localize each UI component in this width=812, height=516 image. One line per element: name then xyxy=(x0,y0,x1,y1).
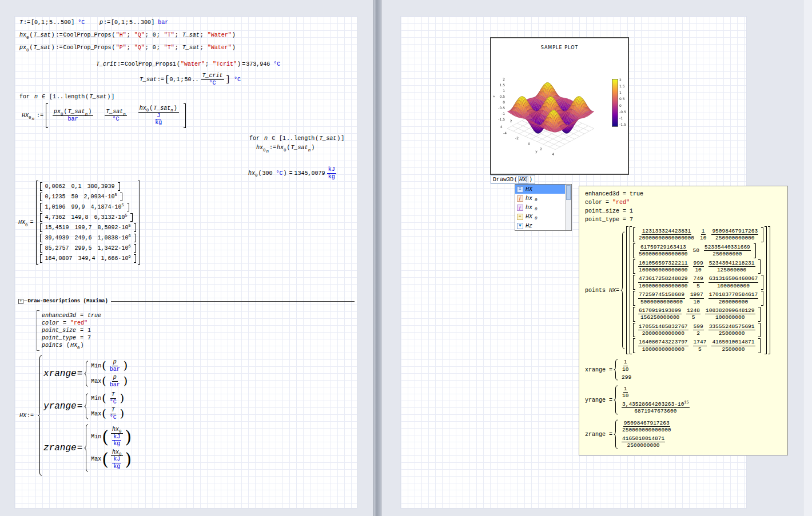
math-token: enhanced3d = true xyxy=(585,191,643,197)
draw-descriptions-separator[interactable]: + — Draw-Descriptions (Maxima) xyxy=(18,298,355,304)
yd: 250000000000000 xyxy=(622,427,672,433)
Tcrit-over-degC-fraction: T_crit°C xyxy=(201,73,224,86)
math-token: ; xyxy=(127,32,134,38)
math-token: ) xyxy=(81,342,84,349)
yd: 1000000000 xyxy=(717,283,750,289)
math-token: ) xyxy=(232,45,236,51)
outer-right-bracket xyxy=(768,226,770,354)
formula-p-range-definition[interactable]: p:=[0,1;5..300] bar xyxy=(99,19,168,26)
maxima-draw-description-block[interactable]: enhanced3d = true color = "red" point_si… xyxy=(37,310,101,351)
window-scrollbar-track[interactable] xyxy=(803,0,812,516)
math-token: 0 xyxy=(26,35,29,40)
yd: 500000000000000 xyxy=(638,251,688,257)
math-token: 0,1 xyxy=(34,19,45,26)
wr xyxy=(761,291,763,306)
yd: 5000000000000 xyxy=(640,299,683,305)
unit-icon: ▼ xyxy=(517,223,523,229)
fraction: 1640807432237971000000000000 xyxy=(638,339,688,353)
yd: 250000000 xyxy=(712,251,742,257)
hx-assign-label: HX:= xyxy=(19,413,34,419)
t-n: 164,0807 xyxy=(45,255,73,262)
math-token: 500 xyxy=(61,19,71,26)
for-loop-header-2[interactable]: for n ∈ [1..length(T_sat)] xyxy=(249,135,344,142)
math-token: ; xyxy=(175,32,182,38)
yn: 1997 xyxy=(690,291,704,298)
cells: 39,4939249,61,0838·106 xyxy=(42,234,134,242)
yn: 1 xyxy=(623,359,628,366)
var-icon: ≡ xyxy=(517,214,523,220)
math-token: = xyxy=(77,327,87,334)
yd: 20000000000000000 xyxy=(638,235,695,241)
t-n: 2,0934 xyxy=(84,194,105,200)
fraction: 41650100148712500000000 xyxy=(622,435,665,449)
fraction: 7495 xyxy=(693,275,704,289)
page-divider[interactable] xyxy=(373,0,381,516)
draw3d-argument[interactable]: HX xyxy=(518,176,528,183)
formula-T-range-definition[interactable]: T:=[0,1;5..500] °C xyxy=(19,19,85,26)
math-token: 7 xyxy=(87,335,91,341)
math-token: ) xyxy=(311,145,315,151)
fraction: 3,43528664203263·10156871947673600 xyxy=(622,401,690,415)
for-loop-header-1[interactable]: for n ∈ [1..length(T_sat)] xyxy=(19,93,114,100)
formula-Tcrit-evaluation[interactable]: T_crit:=CoolProp_Props1("Water"; "Tcrit"… xyxy=(96,61,280,67)
panel-zrange: zrange = 9509846791726325000000000000041… xyxy=(585,419,782,449)
math-token: for xyxy=(249,135,260,142)
HX-draw-definition[interactable]: HX:= xrange = Min(pbar) Max(pbar) yrange… xyxy=(19,355,132,476)
math-token: 5 xyxy=(49,19,53,26)
autocomplete-item-hx[interactable]: ≡HX xyxy=(515,185,565,194)
math-token: T_sat xyxy=(34,32,51,38)
math-token: "Q" xyxy=(134,32,145,38)
yn: 1 xyxy=(623,386,628,393)
formula-hx0-function-definition[interactable]: hx0(T_sat):=CoolProp_Props("H"; "Q"; 0; … xyxy=(19,32,236,38)
wr xyxy=(134,223,136,232)
autocomplete-item-hx0[interactable]: ≡HX0 xyxy=(515,212,565,221)
yd: 100000000000000 xyxy=(638,283,688,289)
math-token: .. xyxy=(53,19,60,26)
cells: 0,1235502,0934·105 xyxy=(42,193,120,201)
cells: 15,4519199,78,5092·105 xyxy=(42,223,134,232)
yd: 2500000 xyxy=(721,346,745,353)
autocomplete-item-hz[interactable]: ▼Hz xyxy=(515,221,565,230)
formula-px0-function-definition[interactable]: px0(T_sat):=CoolProp_Props("P"; "Q"; 0; … xyxy=(19,45,236,51)
formula-HX0-row-vector[interactable]: HX0n:= px0(T_satn) bar T_satn °C hx0(T_s… xyxy=(22,103,186,128)
autocomplete-item-hx0[interactable]: ƒhx0 xyxy=(515,194,565,203)
draw3d-edit-region[interactable]: Draw3D(HX) xyxy=(491,175,535,184)
separator-label: Draw-Descriptions (Maxima) xyxy=(27,298,108,304)
fraction: 17475 xyxy=(693,339,707,353)
autocomplete-item-hx0[interactable]: ƒhx0 xyxy=(515,203,565,212)
math-token: color = xyxy=(585,199,612,206)
formula-Tsat-definition[interactable]: T_sat:=[0,1;50.. T_crit°C ] °C xyxy=(140,73,241,86)
t-n: 6,3132 xyxy=(94,214,115,221)
ycells: 1231333244238312000000000000000011095098… xyxy=(635,227,761,242)
collapse-toggle-icon[interactable]: + xyxy=(18,299,23,304)
yd: 10 xyxy=(693,299,700,305)
sample-plot-region[interactable]: SAMPLE PLOT xyxy=(490,37,629,175)
c3: 380,3939 xyxy=(87,183,115,190)
math-token: point_size xyxy=(42,327,76,334)
math-token: ; xyxy=(200,45,207,51)
point-type-line: point_type = 7 xyxy=(42,335,101,341)
math-token: := xyxy=(117,61,124,67)
t-n: 199,7 xyxy=(75,225,92,231)
t-sup: 6 xyxy=(129,244,131,249)
dd-label: HX xyxy=(526,214,532,220)
ycells: 1640807432237971000000000000174754165010… xyxy=(635,338,758,353)
HX0-matrix-result[interactable]: HX0= 0,00620,1380,39390,1235502,0934·105… xyxy=(18,181,140,265)
c3: 1,3422·106 xyxy=(98,245,131,251)
fx-icon: ≡ xyxy=(517,186,523,193)
worksheet-page-left[interactable]: T:=[0,1;5..500] °C p:=[0,1;5..300] bar h… xyxy=(14,16,357,509)
math-token: length xyxy=(64,94,85,100)
c3: 8,5092·105 xyxy=(98,225,131,231)
math-token: "Tcrit" xyxy=(213,61,237,67)
dropdown-scrollbar-thumb[interactable] xyxy=(566,185,571,200)
math-token: point_type xyxy=(42,335,76,341)
yd: 5 xyxy=(696,283,700,289)
math-token: = xyxy=(77,335,87,341)
formula-hx0-at-300C[interactable]: hx0(300 °C)=1345,0079 kJkg xyxy=(248,166,338,180)
dropdown-scrollbar[interactable] xyxy=(565,185,571,230)
math-token: T xyxy=(19,19,23,26)
points-line: points (HX0) xyxy=(42,342,101,349)
formula-hx0n-assignment[interactable]: hx0n:=hx0(T_satn) xyxy=(256,145,315,151)
t-sup: 5 xyxy=(125,213,128,218)
yn: 999 xyxy=(693,260,704,267)
